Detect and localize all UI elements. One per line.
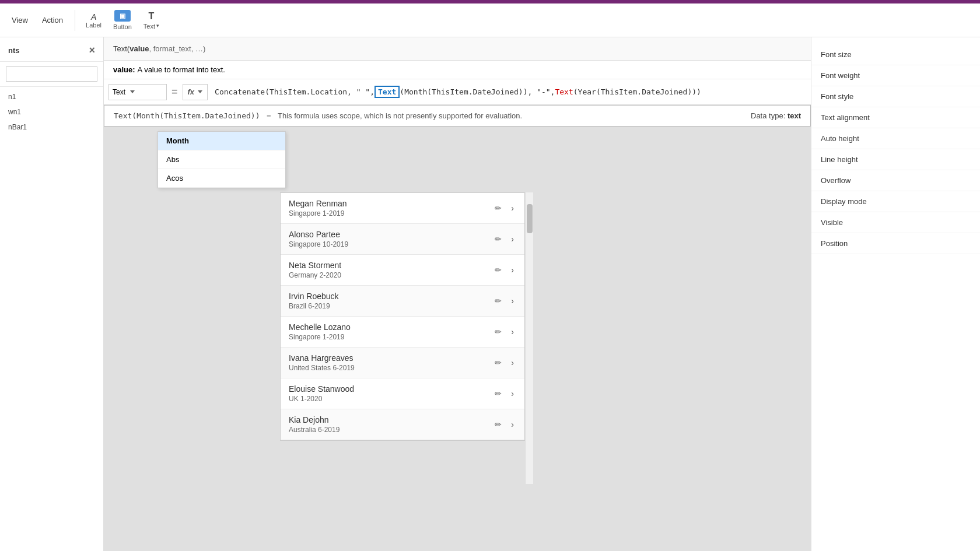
nav-label-action: Action [42, 16, 63, 24]
scrollbar-thumb [527, 204, 533, 233]
edit-icon-6[interactable]: ✏ [492, 387, 504, 401]
right-panel-font-weight[interactable]: Font weight [811, 65, 980, 86]
text-icon: T [149, 10, 155, 22]
property-select-arrow [130, 90, 135, 93]
autocomplete-list: Month Abs Acos [158, 131, 286, 188]
sidebar-search-input[interactable] [6, 66, 97, 82]
edit-icon-2[interactable]: ✏ [492, 263, 504, 277]
list-item: Elouise Stanwood UK 1-2020 ✏ › [281, 378, 524, 409]
edit-icon-1[interactable]: ✏ [492, 232, 504, 246]
list-item-sub-2: Germany 2-2020 [289, 271, 492, 279]
list-item-content-2: Neta Storment Germany 2-2020 [289, 261, 492, 279]
chevron-right-icon-5[interactable]: › [509, 356, 516, 370]
list-item-name-7: Kia Dejohn [289, 415, 492, 424]
formula-tooltip-left: Text(Month(ThisItem.DateJoined)) = This … [114, 111, 522, 120]
chevron-right-icon-4[interactable]: › [509, 325, 516, 339]
nav-menu: View Action A Label ▣ Button T Text ▾ [0, 3, 170, 37]
left-sidebar: nts × n1 wn1 nBar1 [0, 37, 104, 551]
data-type-label: Data type: [751, 111, 788, 120]
nav-label-view: View [12, 16, 28, 24]
list-scrollbar[interactable] [525, 192, 533, 484]
right-panel-overflow[interactable]: Overflow [811, 170, 980, 191]
chevron-right-icon-6[interactable]: › [509, 387, 516, 401]
sidebar-item-wn1[interactable]: wn1 [0, 104, 103, 120]
autocomplete-item-2[interactable]: Acos [158, 169, 285, 188]
right-panel-auto-height[interactable]: Auto height [811, 128, 980, 149]
autocomplete-item-0[interactable]: Month [158, 132, 285, 150]
list-item-name-4: Mechelle Lozano [289, 322, 492, 332]
list-item-actions-4: ✏ › [492, 325, 516, 339]
sidebar-header: nts × [0, 37, 103, 62]
right-panel-line-height[interactable]: Line height [811, 149, 980, 170]
right-panel-display-mode[interactable]: Display mode [811, 191, 980, 212]
right-panel-text-alignment[interactable]: Text alignment [811, 107, 980, 128]
chevron-right-icon-2[interactable]: › [509, 263, 516, 277]
list-item-actions-2: ✏ › [492, 263, 516, 277]
formula-part-concatenate: Concatenate(ThisItem.Location, " ", [215, 87, 374, 96]
edit-icon-3[interactable]: ✏ [492, 294, 504, 308]
button-control[interactable]: ▣ Button [107, 6, 138, 34]
chevron-right-icon-7[interactable]: › [509, 417, 516, 431]
edit-icon-0[interactable]: ✏ [492, 201, 504, 215]
button-icon: ▣ [114, 10, 131, 22]
list-item-content-4: Mechelle Lozano Singapore 1-2019 [289, 322, 492, 341]
right-panel-position[interactable]: Position [811, 233, 980, 254]
label-control[interactable]: A Label [80, 10, 107, 31]
list-item: Alonso Partee Singapore 10-2019 ✏ › [281, 224, 524, 255]
list-item-content-0: Megan Renman Singapore 1-2019 [289, 199, 492, 217]
param-label: value: [113, 65, 135, 74]
tooltip-desc: This formula uses scope, which is not pr… [278, 111, 522, 120]
autocomplete-item-1[interactable]: Abs [158, 150, 285, 169]
list-item: Ivana Hargreaves United States 6-2019 ✏ … [281, 348, 524, 378]
data-type-value: text [788, 111, 801, 120]
list-item-sub-1: Singapore 10-2019 [289, 240, 492, 248]
edit-icon-4[interactable]: ✏ [492, 325, 504, 339]
chevron-right-icon-1[interactable]: › [509, 232, 516, 246]
fx-arrow [198, 90, 202, 93]
formula-highlighted-text[interactable]: Text [374, 86, 400, 98]
formula-expression[interactable]: Concatenate(ThisItem.Location, " ", Text… [210, 83, 806, 100]
list-item-sub-3: Brazil 6-2019 [289, 302, 492, 310]
list-item-name-5: Ivana Hargreaves [289, 353, 492, 363]
right-panel-font-size[interactable]: Font size [811, 44, 980, 65]
edit-icon-7[interactable]: ✏ [492, 417, 504, 431]
chevron-right-icon-3[interactable]: › [509, 294, 516, 308]
param-desc: A value to format into text. [138, 65, 225, 74]
list-item-content-7: Kia Dejohn Australia 6-2019 [289, 415, 492, 434]
list-item-actions-3: ✏ › [492, 294, 516, 308]
button-control-text: Button [113, 23, 132, 30]
sidebar-close-icon[interactable]: × [89, 44, 95, 57]
list-item-name-0: Megan Renman [289, 199, 492, 208]
tooltip-eq: = [267, 111, 271, 120]
chevron-right-icon-0[interactable]: › [509, 201, 516, 215]
list-item-content-3: Irvin Roebuck Brazil 6-2019 [289, 292, 492, 310]
nav-item-action[interactable]: Action [35, 12, 70, 28]
text-control[interactable]: T Text ▾ [138, 7, 165, 33]
list-item-actions-7: ✏ › [492, 417, 516, 431]
func-name: Text( [113, 44, 130, 53]
fx-label: fx [188, 87, 195, 96]
edit-icon-5[interactable]: ✏ [492, 356, 504, 370]
nav-item-view[interactable]: View [5, 12, 35, 28]
right-panel-font-style[interactable]: Font style [811, 86, 980, 107]
label-control-text: Label [86, 22, 102, 29]
formula-function-sig: Text(value, format_text, …) [113, 44, 205, 53]
data-list: Megan Renman Singapore 1-2019 ✏ › Alonso… [280, 192, 525, 441]
sidebar-item-nbar1[interactable]: nBar1 [0, 120, 103, 135]
list-item-content-1: Alonso Partee Singapore 10-2019 [289, 230, 492, 248]
property-select-value: Text [113, 88, 125, 96]
list-item-sub-7: Australia 6-2019 [289, 426, 492, 434]
right-panel: Font size Font weight Font style Text al… [811, 37, 980, 551]
sidebar-title: nts [8, 46, 20, 55]
list-item-name-1: Alonso Partee [289, 230, 492, 239]
header-toolbar: View Action A Label ▣ Button T Text ▾ [0, 3, 980, 37]
list-item: Neta Storment Germany 2-2020 ✏ › [281, 255, 524, 286]
sidebar-item-n1[interactable]: n1 [0, 89, 103, 104]
fx-button[interactable]: fx [183, 84, 208, 100]
right-panel-visible[interactable]: Visible [811, 212, 980, 233]
formula-hint-bar: Text(value, format_text, …) [104, 37, 811, 61]
list-item: Megan Renman Singapore 1-2019 ✏ › [281, 193, 524, 224]
sidebar-list: n1 wn1 nBar1 [0, 87, 103, 551]
property-select[interactable]: Text [108, 84, 167, 100]
formula-param-desc-bar: value: A value to format into text. [104, 61, 811, 79]
